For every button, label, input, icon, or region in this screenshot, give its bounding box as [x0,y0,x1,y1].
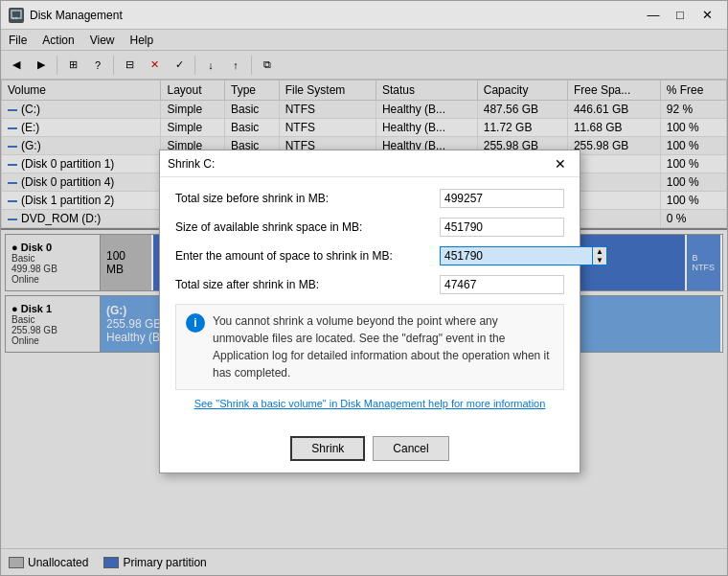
info-box: i You cannot shrink a volume beyond the … [175,304,564,390]
modal-overlay: Shrink C: ✕ Total size before shrink in … [1,1,727,575]
cancel-button[interactable]: Cancel [373,436,448,461]
help-link[interactable]: See "Shrink a basic volume" in Disk Mana… [175,398,564,409]
shrink-button[interactable]: Shrink [290,436,365,461]
spinner-buttons: ▲ ▼ [593,246,607,265]
field-shrink-amount: Enter the amount of space to shrink in M… [175,246,564,265]
spinner-down-button[interactable]: ▼ [593,256,606,265]
field-shrink-input-wrap: ▲ ▼ [440,246,564,265]
field-total-after: Total size after shrink in MB: 47467 [175,275,564,294]
info-icon: i [186,313,205,333]
dialog-title-bar: Shrink C: ✕ [160,150,580,177]
dialog-close-button[interactable]: ✕ [549,154,572,173]
main-window: Disk Management — □ ✕ File Action View H… [0,0,728,576]
field-available-label: Size of available shrink space in MB: [175,220,440,234]
field-total-after-label: Total size after shrink in MB: [175,278,440,291]
field-shrink-label: Enter the amount of space to shrink in M… [175,249,440,263]
spinner-up-button[interactable]: ▲ [593,247,606,256]
field-total-before-label: Total size before shrink in MB: [175,192,440,205]
field-total-before: Total size before shrink in MB: 499257 [175,189,564,208]
shrink-dialog: Shrink C: ✕ Total size before shrink in … [159,150,580,473]
field-available-value: 451790 [440,218,564,237]
dialog-title: Shrink C: [168,157,215,171]
dialog-footer: Shrink Cancel [160,430,580,472]
field-total-before-value: 499257 [440,189,564,208]
info-text: You cannot shrink a volume beyond the po… [213,312,554,381]
field-available: Size of available shrink space in MB: 45… [175,218,564,237]
field-total-after-value: 47467 [440,275,564,294]
shrink-amount-input[interactable] [440,246,593,265]
dialog-body: Total size before shrink in MB: 499257 S… [160,177,580,430]
